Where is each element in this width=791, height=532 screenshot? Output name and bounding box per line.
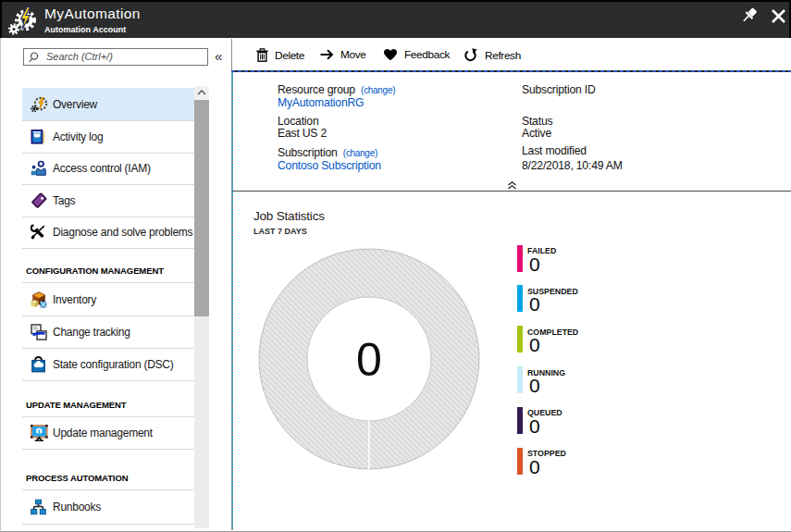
svg-text:0: 0 bbox=[356, 334, 382, 386]
